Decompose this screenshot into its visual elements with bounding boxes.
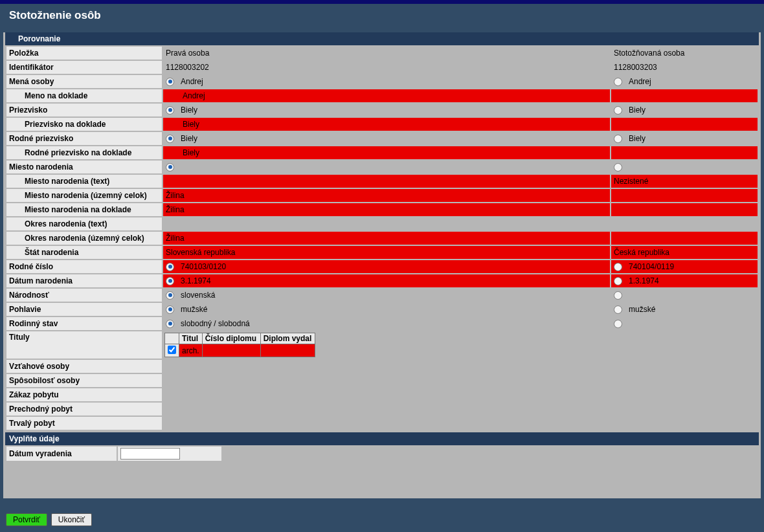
discard-date-input[interactable]: [120, 448, 180, 460]
right-sex[interactable]: mužské: [611, 303, 758, 316]
section-fill: Vyplňte údaje: [5, 432, 759, 445]
label-district-region: Okres narodenia (územný celok): [6, 232, 162, 245]
val-names-left: Andrej: [181, 77, 203, 86]
section-compare: Porovnanie: [5, 32, 759, 45]
row-nationality: Národnosť slovenská: [6, 289, 758, 302]
radio-nationality-left[interactable]: [166, 291, 174, 300]
left-state: Slovenská republika: [163, 246, 610, 259]
row-pid: Rodné číslo 740103/0120 740104/0119: [6, 260, 758, 273]
label-pid: Rodné číslo: [6, 260, 162, 273]
radio-birth-surname-right[interactable]: [614, 135, 622, 143]
left-stay-ban: [163, 388, 610, 401]
right-perm-stay: [611, 417, 758, 430]
right-pid[interactable]: 740104/0119: [611, 260, 758, 273]
label-discard-date: Dátum vyradenia: [6, 447, 117, 461]
left-name-doc: Andrej: [163, 89, 610, 102]
titles-row-diploma-by: [260, 344, 315, 357]
row-discard-date: Dátum vyradenia: [6, 447, 758, 461]
right-birth-surname[interactable]: Biely: [611, 132, 758, 145]
left-dob[interactable]: 3.1.1974: [163, 274, 610, 287]
radio-dob-left[interactable]: [166, 277, 174, 285]
label-birthplace: Miesto narodenia: [6, 161, 162, 173]
radio-names-left[interactable]: [166, 78, 174, 86]
footer-bar: Potvrdiť Ukončiť: [3, 511, 761, 528]
left-nationality[interactable]: slovenská: [163, 289, 610, 302]
radio-birthplace-right[interactable]: [614, 163, 622, 172]
col-header-right: Stotožňovaná osoba: [611, 47, 758, 60]
label-surname: Priezvisko: [6, 104, 162, 116]
left-rel-persons: [163, 360, 610, 373]
right-names[interactable]: Andrej: [611, 75, 758, 88]
left-names[interactable]: Andrej: [163, 75, 610, 88]
row-dob: Dátum narodenia 3.1.1974 1.3.1974: [6, 274, 758, 287]
label-rel-persons: Vzťahové osoby: [6, 360, 162, 373]
cell-discard-date-input: [118, 447, 221, 461]
page-title: Stotožnenie osôb: [0, 4, 764, 28]
row-capacity: Spôsobilosť osoby: [6, 374, 758, 387]
radio-pid-right[interactable]: [614, 263, 622, 271]
label-marital: Rodinný stav: [6, 317, 162, 330]
row-birthplace-text: Miesto narodenia (text) Nezistené: [6, 175, 758, 188]
right-nationality[interactable]: [611, 289, 758, 302]
left-district-region: Žilina: [163, 232, 610, 245]
radio-sex-right[interactable]: [614, 305, 622, 314]
label-capacity: Spôsobilosť osoby: [6, 374, 162, 387]
right-birthplace-text: Nezistené: [611, 175, 758, 188]
radio-nationality-right[interactable]: [614, 291, 622, 300]
right-dob[interactable]: 1.3.1974: [611, 274, 758, 287]
row-rel-persons: Vzťahové osoby: [6, 360, 758, 373]
radio-marital-left[interactable]: [166, 320, 174, 328]
radio-surname-right[interactable]: [614, 106, 622, 115]
left-birth-surname[interactable]: Biely: [163, 132, 610, 145]
left-birthplace-doc: Žilina: [163, 203, 610, 216]
val-birth-surname-left: Biely: [181, 134, 197, 143]
label-temp-stay: Prechodný pobyt: [6, 403, 162, 416]
row-birth-surname: Rodné priezvisko Biely Biely: [6, 132, 758, 145]
row-name-doc: Meno na doklade Andrej: [6, 89, 758, 102]
label-identifier: Identifikátor: [6, 61, 162, 74]
right-surname[interactable]: Biely: [611, 104, 758, 116]
radio-birthplace-left[interactable]: [166, 163, 174, 172]
confirm-button[interactable]: Potvrdiť: [6, 513, 47, 526]
val-dob-left: 3.1.1974: [181, 276, 211, 285]
val-birth-surname-right: Biely: [629, 134, 646, 143]
titles-h-diploma-by: Diplom vydal: [260, 333, 315, 344]
radio-pid-left[interactable]: [166, 263, 174, 271]
titles-row-diploma-no: [202, 344, 260, 357]
right-birthplace-region: [611, 189, 758, 202]
left-sex[interactable]: mužské: [163, 303, 610, 316]
left-surname-doc: Biely: [163, 118, 610, 131]
val-nationality-left: slovenská: [181, 291, 215, 300]
right-surname-doc: [611, 118, 758, 131]
close-button[interactable]: Ukončiť: [51, 513, 92, 526]
right-marital[interactable]: [611, 317, 758, 330]
left-marital[interactable]: slobodný / slobodná: [163, 317, 610, 330]
radio-names-right[interactable]: [614, 78, 622, 86]
titles-row-title: arch.: [179, 344, 203, 357]
label-birth-surname-doc: Rodné priezvisko na doklade: [6, 146, 162, 159]
left-birthplace[interactable]: [163, 161, 610, 173]
row-state: Štát narodenia Slovenská republika Česká…: [6, 246, 758, 259]
row-identifier: Identifikátor 1128003202 1128003203: [6, 61, 758, 74]
radio-marital-right[interactable]: [614, 320, 622, 328]
val-pid-left: 740103/0120: [181, 262, 226, 271]
label-titles: Tituly: [6, 331, 162, 359]
titles-row-checkbox[interactable]: [168, 346, 176, 354]
left-titles: Titul Číslo diplomu Diplom vydal arch.: [163, 331, 610, 359]
row-surname-doc: Priezvisko na doklade Biely: [6, 118, 758, 131]
radio-birth-surname-left[interactable]: [166, 135, 174, 143]
radio-sex-left[interactable]: [166, 305, 174, 314]
left-surname[interactable]: Biely: [163, 104, 610, 116]
val-dob-right: 1.3.1974: [629, 276, 659, 285]
left-pid[interactable]: 740103/0120: [163, 260, 610, 273]
radio-surname-left[interactable]: [166, 106, 174, 115]
row-district-text: Okres narodenia (text): [6, 217, 758, 230]
left-identifier: 1128003202: [163, 61, 610, 74]
right-birthplace[interactable]: [611, 161, 758, 173]
radio-dob-right[interactable]: [614, 277, 622, 285]
row-birth-surname-doc: Rodné priezvisko na doklade Biely: [6, 146, 758, 159]
right-name-doc: [611, 89, 758, 102]
val-surname-left: Biely: [181, 105, 197, 115]
label-dob: Dátum narodenia: [6, 274, 162, 287]
right-birthplace-doc: [611, 203, 758, 216]
